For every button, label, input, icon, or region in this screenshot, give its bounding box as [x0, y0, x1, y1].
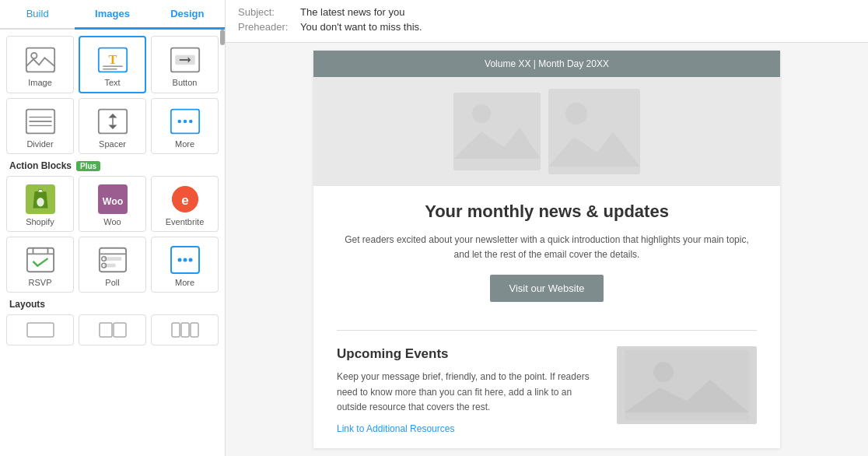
poll-icon: [97, 245, 128, 275]
more-block-label: More: [175, 139, 194, 149]
layouts-grid: [6, 314, 219, 346]
svg-point-39: [177, 258, 181, 262]
email-hero-image: [313, 77, 780, 186]
text-block-icon: T: [97, 45, 128, 75]
svg-rect-28: [26, 248, 53, 272]
email-cta-button[interactable]: Visit our Website: [490, 275, 603, 302]
preheader-value: You don't want to miss this.: [300, 21, 422, 33]
divider-block-label: Divider: [26, 139, 53, 149]
tab-build[interactable]: Build: [0, 0, 75, 30]
block-more[interactable]: More: [151, 98, 219, 154]
plus-badge: Plus: [76, 161, 100, 171]
action-blocks-grid: Shopify Woo Woo e: [6, 176, 219, 293]
email-body: Volume XX | Month Day 20XX: [313, 51, 780, 448]
block-shopify[interactable]: Shopify: [6, 176, 74, 232]
email-two-col: Upcoming Events Keep your message brief,…: [313, 331, 780, 450]
spacer-block-icon: [97, 107, 128, 136]
email-events-col: Upcoming Events Keep your message brief,…: [337, 346, 601, 434]
more-action-icon: [170, 245, 201, 275]
button-block-label: Button: [173, 78, 198, 87]
svg-rect-45: [172, 323, 180, 337]
tab-bar: Build Images Design: [0, 0, 225, 30]
email-body-text: Get readers excited about your newslette…: [337, 233, 757, 262]
woo-block-label: Woo: [103, 217, 121, 226]
svg-text:e: e: [181, 193, 189, 208]
layout-item-2[interactable]: [79, 314, 146, 346]
email-headline: Your monthly news & updates: [337, 202, 757, 222]
tab-design[interactable]: Design: [150, 0, 225, 30]
email-topbar: Volume XX | Month Day 20XX: [313, 51, 780, 77]
button-block-icon: [170, 45, 201, 75]
email-topbar-text: Volume XX | Month Day 20XX: [485, 58, 609, 69]
poll-block-label: Poll: [105, 278, 119, 287]
block-poll[interactable]: Poll: [79, 237, 146, 293]
svg-point-52: [565, 103, 587, 125]
svg-point-40: [183, 258, 187, 262]
block-more-action[interactable]: More: [151, 237, 219, 293]
layout-item-3[interactable]: [151, 314, 219, 346]
sidebar: Build Images Design Image: [0, 0, 226, 456]
subject-value: The latest news for you: [300, 6, 404, 18]
shopify-icon: [25, 184, 56, 214]
svg-point-55: [653, 362, 674, 382]
svg-point-1: [31, 53, 37, 58]
svg-rect-47: [191, 323, 198, 337]
subject-label: Subject:: [238, 6, 300, 18]
svg-point-20: [183, 120, 187, 124]
block-spacer[interactable]: Spacer: [79, 98, 146, 154]
svg-point-23: [37, 198, 44, 206]
content-blocks-grid: Image T Text: [6, 36, 219, 154]
eventbrite-block-label: Eventbrite: [166, 217, 205, 226]
email-side-image-col: [617, 346, 757, 434]
email-events-text: Keep your message brief, friendly, and t…: [337, 370, 601, 415]
block-divider[interactable]: Divider: [6, 98, 74, 154]
scroll-indicator: [220, 30, 225, 45]
preheader-label: Preheader:: [238, 21, 300, 33]
woo-icon: Woo: [97, 184, 128, 214]
block-text[interactable]: T Text: [79, 36, 146, 93]
image-block-label: Image: [28, 78, 52, 87]
svg-rect-44: [114, 323, 126, 337]
block-image[interactable]: Image: [6, 36, 74, 93]
svg-rect-43: [100, 323, 112, 337]
email-preview: Volume XX | Month Day 20XX: [226, 43, 868, 456]
svg-rect-42: [27, 323, 54, 337]
svg-point-21: [189, 120, 193, 124]
rsvp-block-label: RSVP: [29, 278, 52, 287]
block-eventbrite[interactable]: e Eventbrite: [151, 176, 219, 232]
svg-text:T: T: [108, 52, 117, 67]
svg-rect-0: [26, 48, 54, 72]
more-block-icon: [170, 107, 201, 136]
more-action-block-label: More: [175, 278, 194, 287]
spacer-block-label: Spacer: [99, 139, 126, 149]
main-content: Subject: The latest news for you Prehead…: [226, 0, 868, 456]
email-cta-wrapper: Visit our Website: [337, 275, 757, 302]
email-header-bar: Subject: The latest news for you Prehead…: [226, 0, 868, 43]
preheader-row: Preheader: You don't want to miss this.: [238, 21, 856, 33]
email-events-link[interactable]: Link to Additional Resources: [337, 423, 454, 434]
tab-images[interactable]: Images: [75, 0, 149, 30]
svg-rect-46: [181, 323, 189, 337]
action-blocks-title: Action Blocks Plus: [9, 160, 215, 171]
subject-row: Subject: The latest news for you: [238, 6, 856, 18]
svg-marker-15: [108, 114, 117, 118]
email-headline-section: Your monthly news & updates Get readers …: [313, 186, 780, 330]
sidebar-content: Image T Text: [0, 30, 225, 456]
divider-block-icon: [25, 107, 56, 136]
layout-item-1[interactable]: [6, 314, 74, 346]
svg-marker-16: [108, 125, 117, 129]
block-rsvp[interactable]: RSVP: [6, 237, 74, 293]
layouts-title: Layouts: [9, 299, 215, 310]
email-events-title: Upcoming Events: [337, 346, 601, 362]
svg-point-41: [188, 258, 192, 262]
svg-text:Woo: Woo: [102, 196, 123, 207]
text-block-label: Text: [104, 78, 120, 87]
block-woo[interactable]: Woo Woo: [79, 176, 146, 232]
svg-point-49: [472, 104, 491, 123]
image-block-icon: [25, 45, 56, 75]
block-button[interactable]: Button: [151, 36, 219, 93]
image-placeholder: [453, 89, 640, 174]
email-side-image: [617, 346, 757, 424]
rsvp-icon: [25, 245, 56, 275]
eventbrite-icon: e: [170, 184, 201, 214]
